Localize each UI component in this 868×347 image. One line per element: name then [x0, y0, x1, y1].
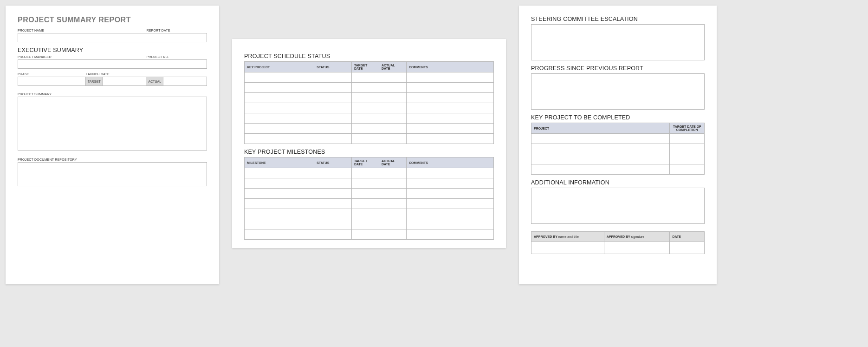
label-launch-date: LAUNCH DATE: [86, 72, 207, 76]
th-milestone: MILESTONE: [245, 157, 314, 168]
heading-steering: STEERING COMMITTEE ESCALATION: [531, 16, 705, 22]
th-approved-name: APPROVED BY name and title: [531, 232, 604, 242]
table-row[interactable]: [531, 164, 705, 175]
table-header-row: MILESTONE STATUS TARGET DATE ACTUAL DATE…: [245, 157, 494, 168]
table-row[interactable]: [245, 178, 494, 189]
label-project-manager: PROJECT MANAGER: [18, 55, 146, 59]
th-actual-date: ACTUAL DATE: [379, 62, 406, 72]
input-doc-repo[interactable]: [18, 162, 207, 186]
th-actual-date: ACTUAL DATE: [379, 157, 406, 168]
page-2: PROJECT SCHEDULE STATUS KEY PROJECT STAT…: [232, 39, 506, 248]
table-row[interactable]: [245, 168, 494, 178]
th-target-completion: TARGET DATE OF COMPLETION: [670, 123, 705, 134]
table-row[interactable]: [245, 199, 494, 209]
heading-additional: ADDITIONAL INFORMATION: [531, 179, 705, 186]
input-project-no[interactable]: [146, 59, 207, 69]
input-project-manager[interactable]: [18, 59, 146, 69]
label-phase: PHASE: [18, 72, 86, 76]
label-project-no: PROJECT NO.: [146, 55, 207, 59]
table-row[interactable]: [245, 219, 494, 229]
page-3: STEERING COMMITTEE ESCALATION PROGRESS S…: [519, 6, 717, 284]
label-target-cell: TARGET: [86, 77, 103, 86]
th-project: PROJECT: [531, 123, 670, 134]
th-status: STATUS: [314, 62, 352, 72]
label-project-name: PROJECT NAME: [18, 29, 146, 32]
table-schedule-status: KEY PROJECT STATUS TARGET DATE ACTUAL DA…: [244, 61, 494, 144]
table-row[interactable]: [245, 134, 494, 144]
table-milestones: MILESTONE STATUS TARGET DATE ACTUAL DATE…: [244, 157, 494, 240]
input-phase[interactable]: [18, 77, 86, 86]
table-row[interactable]: [245, 103, 494, 113]
th-status: STATUS: [314, 157, 352, 168]
input-report-date[interactable]: [146, 33, 207, 42]
table-header-row: PROJECT TARGET DATE OF COMPLETION: [531, 123, 705, 134]
heading-progress: PROGRESS SINCE PREVIOUS REPORT: [531, 65, 705, 72]
label-project-summary: PROJECT SUMMARY: [18, 92, 207, 96]
input-project-summary[interactable]: [18, 97, 207, 151]
table-key-project: PROJECT TARGET DATE OF COMPLETION: [531, 123, 705, 175]
input-steering-escalation[interactable]: [531, 24, 705, 60]
table-row[interactable]: [245, 189, 494, 199]
th-target-date: TARGET DATE: [351, 157, 379, 168]
label-doc-repo: PROJECT DOCUMENT REPOSITORY: [18, 158, 207, 161]
table-header-row: KEY PROJECT STATUS TARGET DATE ACTUAL DA…: [245, 62, 494, 72]
heading-schedule-status: PROJECT SCHEDULE STATUS: [244, 53, 494, 59]
table-row[interactable]: [245, 72, 494, 83]
table-approval: APPROVED BY name and title APPROVED BY s…: [531, 231, 705, 254]
heading-milestones: KEY PROJECT MILESTONES: [244, 149, 494, 155]
input-project-name[interactable]: [18, 33, 146, 42]
table-row[interactable]: [245, 83, 494, 93]
report-title: PROJECT SUMMARY REPORT: [18, 16, 207, 24]
table-row[interactable]: [531, 144, 705, 154]
th-date: DATE: [670, 232, 705, 242]
input-additional-info[interactable]: [531, 188, 705, 224]
th-comments: COMMENTS: [407, 62, 494, 72]
table-row[interactable]: [531, 134, 705, 144]
th-target-date: TARGET DATE: [351, 62, 379, 72]
table-row[interactable]: [245, 209, 494, 219]
table-row[interactable]: [245, 93, 494, 103]
th-key-project: KEY PROJECT: [245, 62, 314, 72]
th-approved-sig: APPROVED BY signature: [604, 232, 670, 242]
th-comments: COMMENTS: [407, 157, 494, 168]
page-1: PROJECT SUMMARY REPORT PROJECT NAME REPO…: [6, 6, 219, 284]
input-target-date[interactable]: [103, 77, 147, 86]
table-row[interactable]: [531, 242, 705, 254]
table-row[interactable]: [245, 124, 494, 134]
table-row[interactable]: [245, 229, 494, 240]
input-actual-date[interactable]: [163, 77, 207, 86]
label-report-date: REPORT DATE: [146, 29, 207, 32]
label-actual-cell: ACTUAL: [146, 77, 163, 86]
heading-executive-summary: EXECUTIVE SUMMARY: [18, 47, 207, 53]
table-row[interactable]: [531, 154, 705, 164]
input-progress[interactable]: [531, 73, 705, 110]
table-row[interactable]: [245, 113, 494, 124]
table-header-row: APPROVED BY name and title APPROVED BY s…: [531, 232, 705, 242]
heading-key-project: KEY PROJECT TO BE COMPLETED: [531, 114, 705, 121]
